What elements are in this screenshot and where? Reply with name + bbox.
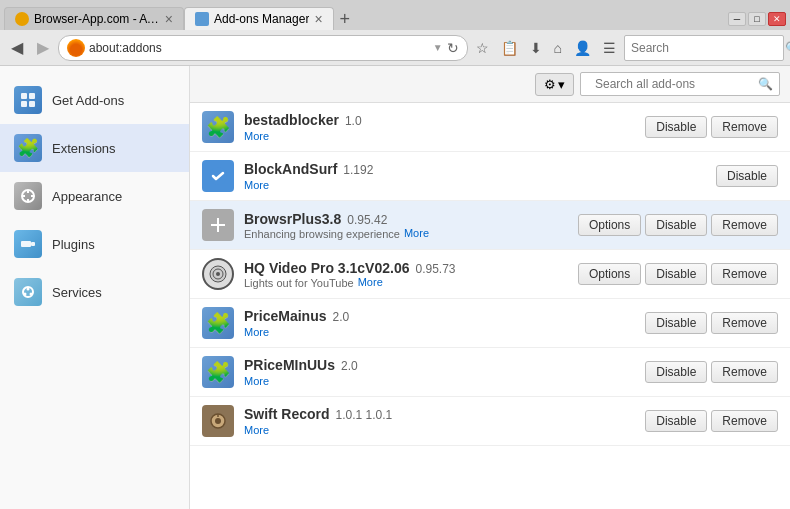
appearance-icon [14, 182, 42, 210]
addon-name-row-4: HQ Video Pro 3.1cV02.06 0.95.73 [244, 260, 568, 276]
addon-icon-hqvideo [202, 258, 234, 290]
sidebar-item-services[interactable]: Services [0, 268, 189, 316]
addon-version-5: 2.0 [332, 310, 349, 324]
addon-actions: Disable Remove [645, 116, 778, 138]
sidebar-item-extensions[interactable]: 🧩 Extensions [0, 124, 189, 172]
addon-item-hqvideo: HQ Video Pro 3.1cV02.06 0.95.73 Lights o… [190, 250, 790, 299]
addon-name-row-6: PRiceMInUUs 2.0 [244, 357, 635, 373]
svg-rect-0 [21, 93, 27, 99]
home-button[interactable]: ⌂ [550, 38, 566, 58]
maximize-button[interactable]: □ [748, 12, 766, 26]
addon-version-4: 0.95.73 [416, 262, 456, 276]
addon-more-link-2[interactable]: More [244, 179, 269, 191]
svg-point-12 [27, 288, 30, 291]
remove-button-7[interactable]: Remove [711, 410, 778, 432]
close-button[interactable]: ✕ [768, 12, 786, 26]
addon-actions-6: Disable Remove [645, 361, 778, 383]
addon-desc-3: Enhancing browsing experience [244, 228, 400, 240]
sidebar-item-get-addons[interactable]: Get Add-ons [0, 76, 189, 124]
search-icon: 🔍 [785, 41, 790, 55]
browser-search-input[interactable] [631, 41, 781, 55]
addon-info-swiftrecord: Swift Record 1.0.1 1.0.1 More [244, 406, 635, 437]
refresh-button[interactable]: ↻ [447, 40, 459, 56]
disable-button-7[interactable]: Disable [645, 410, 707, 432]
disable-button-6[interactable]: Disable [645, 361, 707, 383]
new-tab-button[interactable]: + [334, 9, 357, 30]
gear-icon: ⚙ [544, 77, 556, 92]
svg-rect-10 [31, 242, 35, 246]
user-button[interactable]: 👤 [570, 38, 595, 58]
sidebar-item-label-extensions: Extensions [52, 141, 116, 156]
addon-actions-4: Options Disable Remove [578, 263, 778, 285]
tab-close-icon[interactable]: × [165, 12, 173, 26]
tab-inactive[interactable]: Browser-App.com - A free & fri... × [4, 7, 184, 30]
browser-window: Browser-App.com - A free & fri... × Add-… [0, 0, 790, 66]
bookmark-list-button[interactable]: 📋 [497, 38, 522, 58]
menu-button[interactable]: ☰ [599, 38, 620, 58]
remove-button[interactable]: Remove [711, 116, 778, 138]
remove-button-3[interactable]: Remove [711, 214, 778, 236]
addon-more-link-6[interactable]: More [244, 375, 269, 387]
svg-point-14 [30, 293, 33, 296]
addon-more-link-3[interactable]: More [404, 227, 429, 239]
download-button[interactable]: ⬇ [526, 38, 546, 58]
tab-favicon-2 [195, 12, 209, 26]
addon-icon-priceminuus: 🧩 [202, 356, 234, 388]
remove-button-6[interactable]: Remove [711, 361, 778, 383]
search-all-container: 🔍 [580, 72, 780, 96]
options-button-4[interactable]: Options [578, 263, 641, 285]
tab-active[interactable]: Add-ons Manager × [184, 7, 334, 30]
gear-settings-button[interactable]: ⚙ ▾ [535, 73, 574, 96]
addon-item-blockandsurf: BlockAndSurf 1.192 More Disable [190, 152, 790, 201]
tab-bar: Browser-App.com - A free & fri... × Add-… [0, 0, 790, 30]
svg-rect-1 [29, 93, 35, 99]
addon-info-bestadblocker: bestadblocker 1.0 More [244, 112, 635, 143]
addon-name-6: PRiceMInUUs [244, 357, 335, 373]
addon-info-blockandsurf: BlockAndSurf 1.192 More [244, 161, 706, 192]
bookmark-star-button[interactable]: ☆ [472, 38, 493, 58]
disable-button-2[interactable]: Disable [716, 165, 778, 187]
addon-name-5: PriceMainus [244, 308, 326, 324]
tab-close-icon-2[interactable]: × [314, 12, 322, 26]
content-toolbar: ⚙ ▾ 🔍 [190, 66, 790, 103]
addon-name-row: bestadblocker 1.0 [244, 112, 635, 128]
disable-button-4[interactable]: Disable [645, 263, 707, 285]
search-all-icon: 🔍 [758, 77, 773, 91]
nav-icons: ☆ 📋 ⬇ ⌂ 👤 ☰ [472, 38, 620, 58]
sidebar-item-plugins[interactable]: Plugins [0, 220, 189, 268]
addon-name-2: BlockAndSurf [244, 161, 337, 177]
svg-rect-2 [21, 101, 27, 107]
addon-version-3: 0.95.42 [347, 213, 387, 227]
addon-item-browsrplus: BrowsrPlus3.8 0.95.42 Enhancing browsing… [190, 201, 790, 250]
addon-more-link-7[interactable]: More [244, 424, 269, 436]
addon-more-link[interactable]: More [244, 130, 269, 142]
tab-favicon [15, 12, 29, 26]
address-input[interactable] [89, 41, 429, 55]
addon-name-3: BrowsrPlus3.8 [244, 211, 341, 227]
dropdown-icon[interactable]: ▼ [433, 42, 443, 53]
forward-button[interactable]: ▶ [32, 36, 54, 59]
addon-actions-3: Options Disable Remove [578, 214, 778, 236]
minimize-button[interactable]: ─ [728, 12, 746, 26]
content-area: ⚙ ▾ 🔍 🧩 bestadblocker 1.0 Mo [190, 66, 790, 509]
sidebar-item-label-appearance: Appearance [52, 189, 122, 204]
addon-icon-blockandsurf [202, 160, 234, 192]
sidebar: Get Add-ons 🧩 Extensions [0, 66, 190, 509]
remove-button-4[interactable]: Remove [711, 263, 778, 285]
addon-name-7: Swift Record [244, 406, 330, 422]
back-button[interactable]: ◀ [6, 36, 28, 59]
search-all-input[interactable] [587, 75, 754, 93]
addon-more-link-4[interactable]: More [358, 276, 383, 288]
disable-button[interactable]: Disable [645, 116, 707, 138]
remove-button-5[interactable]: Remove [711, 312, 778, 334]
disable-button-5[interactable]: Disable [645, 312, 707, 334]
addon-name-row-5: PriceMainus 2.0 [244, 308, 635, 324]
sidebar-item-appearance[interactable]: Appearance [0, 172, 189, 220]
sidebar-item-label-plugins: Plugins [52, 237, 95, 252]
options-button-3[interactable]: Options [578, 214, 641, 236]
addon-info-pricemainus: PriceMainus 2.0 More [244, 308, 635, 339]
addon-icon-bestadblocker: 🧩 [202, 111, 234, 143]
disable-button-3[interactable]: Disable [645, 214, 707, 236]
addon-more-link-5[interactable]: More [244, 326, 269, 338]
gear-dropdown-arrow: ▾ [558, 77, 565, 92]
